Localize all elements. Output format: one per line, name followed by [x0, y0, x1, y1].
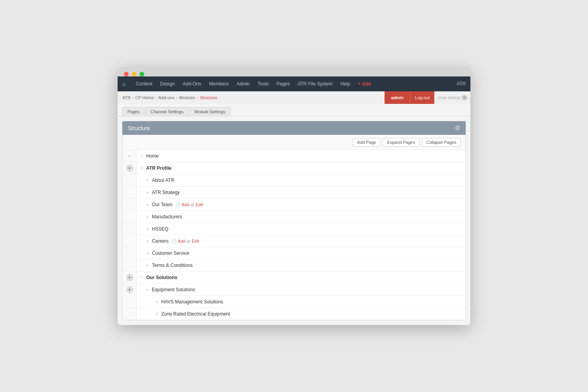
- small-plus-icon: +: [146, 239, 149, 243]
- show-sidebar-button[interactable]: show sidebar ✕: [434, 95, 470, 100]
- gear-icon: ⚙: [455, 124, 460, 132]
- breadcrumb-sep-1: ›: [132, 95, 134, 100]
- small-plus-icon: +: [146, 251, 149, 256]
- row-content: + About ATR: [137, 176, 465, 185]
- add-page-button[interactable]: Add Page: [353, 138, 380, 147]
- row-content: + Manufacturers: [137, 212, 465, 221]
- indent-col: ▾: [123, 272, 137, 283]
- page-name[interactable]: HSSEQ: [152, 226, 168, 232]
- page-name[interactable]: ATR Strategy: [152, 190, 180, 195]
- expand-button[interactable]: ▾: [126, 274, 133, 281]
- indent-col: [123, 260, 137, 271]
- small-plus-icon: +: [146, 202, 149, 207]
- small-plus-icon: +: [156, 299, 158, 304]
- breadcrumb-cp-home[interactable]: CP Home: [135, 95, 154, 100]
- nav-item-atr-file-system[interactable]: ATR File System: [294, 76, 336, 91]
- page-name[interactable]: ATR Profile: [146, 165, 171, 171]
- row-dots-icon: ⠿: [140, 154, 143, 159]
- nav-item-help[interactable]: Help: [336, 76, 354, 91]
- logout-button[interactable]: Log-out: [410, 91, 434, 104]
- tab-channel-settings[interactable]: Channel Settings: [145, 107, 189, 116]
- action-bar: Add Page Expand Pages Collapse Pages: [123, 135, 465, 150]
- collapse-pages-button[interactable]: Collapse Pages: [422, 138, 461, 147]
- row-content: ⠿ Home: [137, 152, 465, 160]
- drag-handle-icon: ≡: [129, 154, 131, 158]
- small-plus-icon: +: [146, 263, 149, 268]
- indent-col: ≡: [123, 150, 137, 162]
- page-name[interactable]: Manufacturers: [152, 214, 182, 220]
- row-content: + ATR Strategy: [137, 188, 465, 197]
- add-link[interactable]: Add: [181, 202, 189, 207]
- traffic-light-yellow[interactable]: [132, 72, 136, 76]
- breadcrumb-addons[interactable]: Add-ons: [158, 95, 174, 100]
- table-row: + HSSEQ: [123, 223, 465, 235]
- edit-link[interactable]: Edit: [192, 239, 199, 243]
- browser-content: ⌂ Content Design Add-Ons Members Admin T…: [118, 76, 470, 325]
- row-content: + HSSEQ: [137, 225, 465, 233]
- nav-item-members[interactable]: Members: [205, 76, 232, 91]
- breadcrumb-atr[interactable]: ATR: [122, 95, 131, 100]
- page-name[interactable]: Zone Rated Electrical Equipment: [161, 311, 230, 317]
- edit-link[interactable]: Edit: [196, 202, 203, 207]
- tab-module-settings[interactable]: Module Settings: [189, 107, 230, 116]
- table-row: + Customer Service: [123, 247, 465, 260]
- nav-item-admin[interactable]: Admin: [232, 76, 254, 91]
- nav-items: Content Design Add-Ons Members Admin Too…: [132, 76, 456, 91]
- browser-chrome: [118, 67, 470, 76]
- indent-col: ▾: [123, 162, 137, 174]
- page-name[interactable]: About ATR: [152, 178, 174, 183]
- page-name[interactable]: Our Team: [152, 202, 172, 207]
- page-name[interactable]: Our Solutions: [146, 275, 177, 280]
- tab-pages[interactable]: Pages: [122, 107, 145, 116]
- traffic-light-green[interactable]: [140, 72, 144, 76]
- expand-button[interactable]: ▾: [126, 286, 133, 293]
- admin-badge: admin: [385, 91, 410, 104]
- table-row: ▾ + Equipment Solutions: [123, 284, 465, 296]
- page-name[interactable]: Careers: [152, 238, 169, 244]
- indent-col: [123, 211, 137, 223]
- add-link[interactable]: Add: [178, 239, 186, 243]
- pages-container: Add Page Expand Pages Collapse Pages ≡ ⠿…: [122, 135, 466, 320]
- indent-col: [123, 223, 137, 235]
- nav-item-tools[interactable]: Tools: [254, 76, 272, 91]
- page-name[interactable]: Home: [146, 153, 159, 159]
- table-row: + Manufacturers: [123, 211, 465, 223]
- page-name[interactable]: HAVS Management Solutions: [161, 299, 223, 305]
- page-name[interactable]: Customer Service: [152, 250, 189, 256]
- breadcrumb-modules[interactable]: Modules: [179, 95, 196, 100]
- page-name[interactable]: Terms & Conditions: [152, 263, 192, 268]
- indent-col: [123, 247, 137, 259]
- section-title: Structure: [128, 125, 150, 131]
- row-content: ⠿ Our Solutions: [137, 273, 465, 282]
- main-content: Structure ⚙ Add Page Expand Pages Collap…: [118, 116, 470, 325]
- nav-item-add[interactable]: + Add: [354, 76, 375, 91]
- page-actions: 📄 Add or Edit: [170, 239, 199, 244]
- expand-button[interactable]: ▾: [126, 165, 133, 172]
- row-content: + Equipment Solutions: [137, 285, 465, 294]
- row-content: + Careers 📄 Add or Edit: [137, 237, 465, 245]
- small-plus-icon: +: [146, 214, 149, 219]
- table-row: + HAVS Management Solutions: [123, 296, 465, 308]
- show-sidebar-label: show sidebar: [437, 96, 461, 100]
- tab-bar: Pages Channel Settings Module Settings: [118, 104, 470, 116]
- traffic-light-red[interactable]: [124, 72, 129, 76]
- row-content: ⠿ ATR Profile: [137, 164, 465, 172]
- small-plus-icon: +: [156, 312, 158, 316]
- breadcrumb-structure: Structure: [200, 95, 218, 100]
- small-plus-icon: +: [146, 190, 149, 195]
- indent-col: ▾: [123, 284, 137, 296]
- nav-item-content[interactable]: Content: [132, 76, 156, 91]
- home-icon[interactable]: ⌂: [122, 81, 125, 87]
- breadcrumb-sep-3: ›: [176, 95, 178, 100]
- nav-item-addons[interactable]: Add-Ons: [179, 76, 205, 91]
- row-dots-icon: ⠿: [140, 166, 143, 171]
- indent-col: [123, 174, 137, 186]
- nav-item-pages[interactable]: Pages: [272, 76, 294, 91]
- row-content: + Our Team 📄 Add or Edit: [137, 200, 465, 209]
- indent-col: [123, 187, 137, 198]
- top-nav: ⌂ Content Design Add-Ons Members Admin T…: [118, 76, 470, 91]
- indent-col: [123, 308, 137, 320]
- nav-item-design[interactable]: Design: [156, 76, 179, 91]
- page-name[interactable]: Equipment Solutions: [152, 287, 195, 292]
- expand-pages-button[interactable]: Expand Pages: [383, 138, 419, 147]
